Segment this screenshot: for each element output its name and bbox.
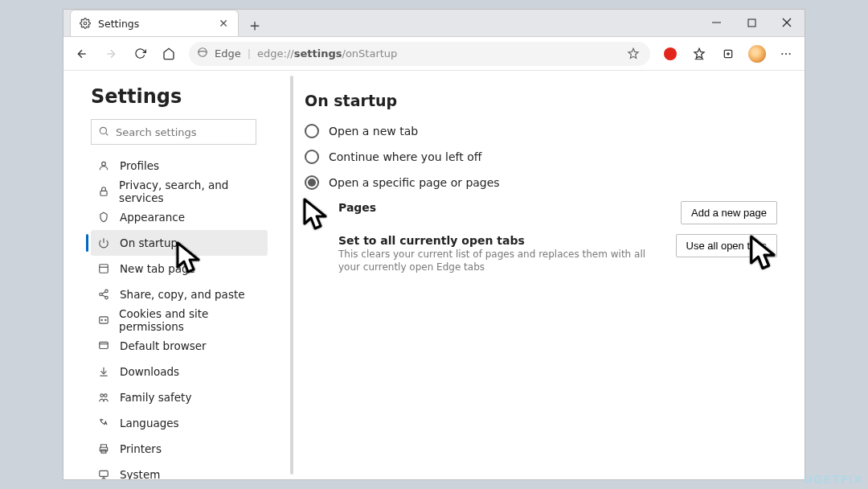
svg-rect-15 xyxy=(99,317,108,323)
svg-point-8 xyxy=(102,162,106,166)
sidebar-item-label: Profiles xyxy=(120,159,159,172)
sidebar-item-label: Appearance xyxy=(120,211,185,224)
lock-icon xyxy=(97,185,109,198)
home-button[interactable] xyxy=(155,40,182,68)
search-settings-input[interactable]: Search settings xyxy=(91,119,256,145)
svg-rect-11 xyxy=(100,265,108,273)
svg-rect-1 xyxy=(748,19,755,27)
svg-point-2 xyxy=(199,48,207,57)
toolbar: Edge | edge://settings/onStartup xyxy=(63,37,805,71)
svg-point-14 xyxy=(105,296,108,299)
set-open-tabs-heading: Set to all currently open tabs xyxy=(338,234,660,247)
sidebar-item-profiles[interactable]: Profiles xyxy=(91,153,268,179)
edge-lock-icon xyxy=(197,47,208,60)
active-tab[interactable]: Settings ✕ xyxy=(70,10,239,36)
sidebar-item-label: Languages xyxy=(120,417,179,429)
option-open-new-tab[interactable]: Open a new tab xyxy=(305,124,777,138)
svg-point-5 xyxy=(785,52,787,54)
languages-icon xyxy=(97,417,110,429)
back-button[interactable] xyxy=(68,40,96,68)
svg-point-13 xyxy=(100,293,103,296)
svg-point-6 xyxy=(789,52,791,54)
pages-heading: Pages xyxy=(338,201,665,214)
newtab-icon xyxy=(97,262,110,275)
tab-title: Settings xyxy=(98,18,211,30)
opera-like-icon[interactable] xyxy=(657,40,684,68)
sidebar-item-label: New tab page xyxy=(120,262,195,275)
sidebar-item-share[interactable]: Share, copy, and paste xyxy=(91,281,268,307)
specific-pages-section: Pages Add a new page Set to all currentl… xyxy=(338,201,777,273)
sidebar-item-label: Printers xyxy=(120,442,162,455)
option-label: Open a specific page or pages xyxy=(329,176,500,189)
main-panel: On startup Open a new tab Continue where… xyxy=(263,71,805,479)
system-icon xyxy=(97,468,110,479)
svg-point-7 xyxy=(100,127,106,134)
radio-unchecked-icon xyxy=(305,124,319,138)
appearance-icon xyxy=(97,211,110,224)
window-controls xyxy=(698,10,805,35)
address-bar[interactable]: Edge | edge://settings/onStartup xyxy=(189,42,650,66)
sidebar-item-newtab[interactable]: New tab page xyxy=(91,256,268,281)
more-menu-button[interactable] xyxy=(772,40,800,68)
download-icon xyxy=(97,365,110,378)
minimize-button[interactable] xyxy=(698,10,734,35)
settings-heading: Settings xyxy=(91,85,263,108)
sidebar-item-printers[interactable]: Printers xyxy=(91,436,268,462)
share-icon xyxy=(97,288,110,301)
sidebar-item-label: Default browser xyxy=(120,339,207,352)
cookies-icon xyxy=(97,314,109,327)
svg-point-4 xyxy=(781,52,783,54)
forward-button[interactable] xyxy=(97,40,125,68)
favorites-button[interactable] xyxy=(686,40,713,68)
settings-menu: Profiles Privacy, search, and services A… xyxy=(91,153,263,479)
sidebar-item-cookies[interactable]: Cookies and site permissions xyxy=(91,307,268,333)
radio-checked-icon xyxy=(305,175,319,190)
close-window-button[interactable] xyxy=(769,10,805,35)
sidebar-item-label: Privacy, search, and services xyxy=(119,179,268,204)
pipe-divider: | xyxy=(248,47,251,60)
sidebar-item-label: Share, copy, and paste xyxy=(120,288,245,301)
svg-point-0 xyxy=(84,22,87,25)
close-tab-button[interactable]: ✕ xyxy=(217,17,230,30)
option-specific-page[interactable]: Open a specific page or pages xyxy=(305,175,777,190)
sidebar-item-downloads[interactable]: Downloads xyxy=(91,359,268,384)
sidebar-item-appearance[interactable]: Appearance xyxy=(91,204,268,230)
svg-rect-23 xyxy=(100,471,108,476)
option-label: Continue where you left off xyxy=(329,150,481,163)
refresh-button[interactable] xyxy=(126,40,154,68)
content-area: Settings Search settings Profiles Privac… xyxy=(63,71,805,479)
svg-point-17 xyxy=(104,319,105,320)
svg-rect-18 xyxy=(100,342,108,348)
read-aloud-icon[interactable] xyxy=(624,45,642,63)
profile-avatar[interactable] xyxy=(743,40,771,68)
sidebar-item-family[interactable]: Family safety xyxy=(91,384,268,410)
option-continue[interactable]: Continue where you left off xyxy=(305,150,777,164)
set-open-tabs-desc: This clears your current list of pages a… xyxy=(338,249,660,273)
sidebar-item-label: On startup xyxy=(120,236,178,249)
sidebar-item-onstartup[interactable]: On startup xyxy=(91,230,268,256)
sidebar-item-system[interactable]: System xyxy=(91,462,268,479)
printer-icon xyxy=(97,442,110,455)
settings-sidebar: Settings Search settings Profiles Privac… xyxy=(63,71,263,479)
svg-point-12 xyxy=(105,290,108,293)
sidebar-item-defaultbrowser[interactable]: Default browser xyxy=(91,333,268,359)
svg-point-20 xyxy=(104,394,108,397)
search-placeholder: Search settings xyxy=(116,126,197,138)
browser-window: Settings ✕ ＋ xyxy=(63,9,805,480)
new-tab-button[interactable]: ＋ xyxy=(244,14,266,36)
gear-icon xyxy=(79,17,92,30)
maximize-button[interactable] xyxy=(734,10,769,35)
add-new-page-button[interactable]: Add a new page xyxy=(681,201,777,224)
sidebar-item-label: Cookies and site permissions xyxy=(119,307,268,333)
sidebar-item-label: System xyxy=(120,468,160,479)
sidebar-item-privacy[interactable]: Privacy, search, and services xyxy=(91,179,268,204)
svg-rect-9 xyxy=(100,191,106,195)
watermark-text: UGETFIX xyxy=(803,473,863,486)
page-title: On startup xyxy=(305,92,777,109)
use-all-open-tabs-button[interactable]: Use all open tabs xyxy=(676,234,777,257)
sidebar-item-label: Downloads xyxy=(120,365,179,378)
collections-button[interactable] xyxy=(714,40,742,68)
sidebar-item-languages[interactable]: Languages xyxy=(91,410,268,436)
url-text: edge://settings/onStartup xyxy=(257,47,397,60)
option-label: Open a new tab xyxy=(329,125,418,138)
